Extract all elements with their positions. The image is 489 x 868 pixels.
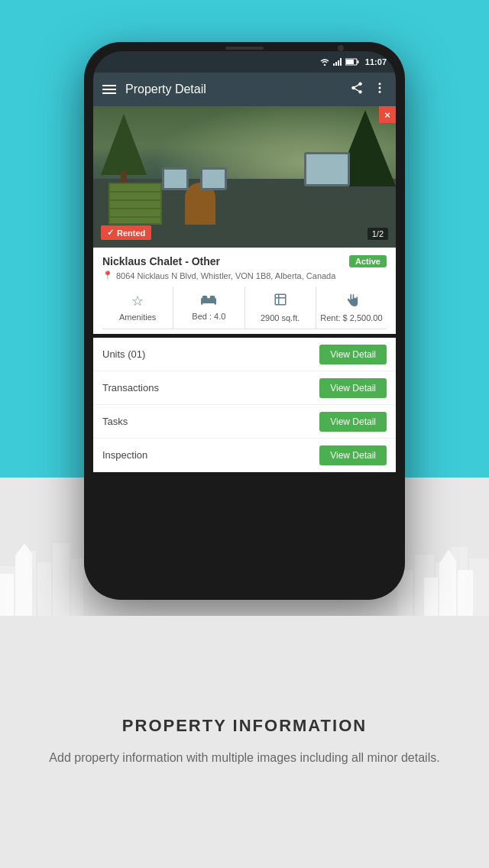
list-item-transactions: Transactions View Detail	[93, 371, 396, 405]
inspection-view-detail-button[interactable]: View Detail	[319, 445, 387, 465]
svg-rect-31	[210, 296, 215, 300]
phone-camera	[338, 45, 344, 51]
svg-rect-15	[439, 562, 456, 620]
bed-icon	[201, 293, 216, 309]
bottom-section: PROPERTY INFORMATION Add property inform…	[0, 616, 489, 868]
app-bar-title: Property Detail	[125, 83, 341, 96]
svg-rect-30	[202, 296, 208, 300]
svg-point-27	[379, 91, 381, 93]
hamburger-menu[interactable]	[102, 85, 116, 94]
tasks-label: Tasks	[102, 416, 128, 427]
image-counter: 1/2	[368, 228, 388, 240]
signal-icon	[333, 58, 342, 66]
area-icon	[274, 293, 287, 310]
svg-point-26	[379, 87, 381, 89]
list-item-inspection: Inspection View Detail	[93, 439, 396, 472]
window-3	[304, 152, 350, 186]
amenities-tabs: ☆ Amenities Bed : 4.0	[102, 287, 387, 329]
svg-marker-8	[16, 543, 33, 555]
share-icon[interactable]	[350, 81, 364, 98]
svg-rect-4	[71, 559, 83, 620]
status-bar: 11:07	[93, 51, 396, 73]
window-1	[162, 167, 189, 190]
phone-speaker	[225, 47, 264, 50]
window-2	[200, 167, 227, 190]
svg-rect-14	[424, 578, 438, 620]
tab-rent[interactable]: Rent: $ 2,500.00	[316, 287, 387, 329]
transactions-view-detail-button[interactable]: View Detail	[319, 378, 387, 398]
star-icon: ☆	[131, 293, 144, 309]
status-icons: 11:07	[319, 57, 387, 66]
svg-rect-21	[340, 58, 342, 66]
hand-icon	[344, 293, 359, 310]
svg-rect-33	[215, 302, 217, 304]
tab-amenities[interactable]: ☆ Amenities	[102, 287, 173, 329]
section-title: PROPERTY INFORMATION	[122, 716, 367, 736]
list-item-tasks: Tasks View Detail	[93, 405, 396, 439]
status-time: 11:07	[365, 57, 387, 66]
svg-rect-32	[201, 302, 203, 304]
inspection-label: Inspection	[102, 449, 147, 461]
active-badge: Active	[349, 255, 387, 267]
tab-bed[interactable]: Bed : 4.0	[173, 287, 244, 329]
svg-rect-6	[15, 555, 32, 620]
tree-left	[101, 114, 147, 190]
units-view-detail-button[interactable]: View Detail	[319, 345, 387, 364]
property-address: 📍 8064 Nicklaus N Blvd, Whistler, VON 1B…	[102, 270, 387, 280]
property-info: Nicklaus Chalet - Other Active 📍 8064 Ni…	[93, 248, 396, 334]
tasks-view-detail-button[interactable]: View Detail	[319, 412, 387, 432]
svg-rect-3	[53, 543, 70, 620]
svg-rect-23	[357, 60, 358, 63]
svg-rect-34	[275, 294, 286, 305]
location-icon: 📍	[102, 270, 113, 280]
close-button[interactable]: ×	[379, 106, 396, 123]
svg-point-25	[379, 83, 381, 85]
svg-rect-2	[37, 562, 51, 620]
rented-badge: ✓ Rented	[101, 225, 151, 240]
svg-rect-7	[6, 578, 14, 620]
list-section: Units (01) View Detail Transactions View…	[93, 338, 396, 472]
transactions-label: Transactions	[102, 382, 159, 394]
units-label: Units (01)	[102, 348, 145, 360]
svg-rect-19	[335, 62, 337, 66]
phone-frame: 11:07 Property Detail	[84, 42, 405, 600]
svg-rect-24	[346, 60, 354, 64]
property-image: ✓ Rented 1/2	[93, 106, 396, 248]
list-item-units: Units (01) View Detail	[93, 338, 396, 371]
property-header: Nicklaus Chalet - Other Active	[102, 255, 387, 267]
tab-sqft[interactable]: 2900 sq.ft.	[245, 287, 316, 329]
battery-icon	[345, 58, 359, 66]
more-options-icon[interactable]	[373, 81, 387, 98]
svg-rect-20	[338, 60, 339, 66]
phone-screen: 11:07 Property Detail	[93, 51, 396, 591]
wifi-icon	[319, 58, 330, 66]
app-bar: Property Detail	[93, 73, 396, 106]
svg-rect-16	[458, 570, 473, 620]
svg-rect-18	[333, 63, 335, 66]
garage	[108, 183, 162, 225]
section-description: Add property information with multiple i…	[49, 748, 439, 768]
property-name: Nicklaus Chalet - Other	[102, 255, 220, 267]
